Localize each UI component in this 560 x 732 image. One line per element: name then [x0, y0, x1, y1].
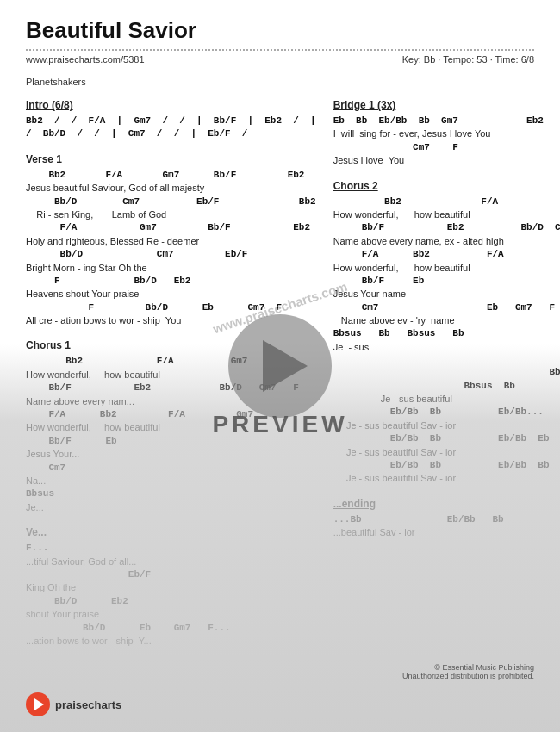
- ch2-c7: Bb: [333, 366, 560, 379]
- ending-section: ...ending ...Bb Eb/Bb Bb ...beautiful Sa…: [333, 498, 560, 540]
- ch1-c4: Bb/F Eb: [26, 435, 316, 448]
- v1-l4: Bright Morn - ing Star Oh the: [26, 262, 316, 275]
- ch2-l3: How wonderful, how beautiful: [333, 262, 560, 275]
- br1-l1: I will sing for - ever, Jesus I love You: [333, 127, 560, 140]
- footer-play-triangle-icon: [34, 698, 44, 710]
- ch2-l10: Je - sus beautiful Sav - ior: [333, 472, 560, 485]
- ch2-l5: Name above ev - 'ry name: [333, 314, 560, 327]
- footer-play-icon[interactable]: [26, 692, 50, 716]
- ch1-c3: F/A Bb2 F/A Gm7: [26, 408, 316, 421]
- chorus1-section: Chorus 1 Bb2 F/A Gm7 How wonderful, how …: [26, 339, 316, 514]
- v2-c4: Bb/D Eb Gm7 F...: [26, 622, 316, 635]
- chorus2-title: Chorus 2: [333, 180, 560, 192]
- bridge1-title: Bridge 1 (3x): [333, 99, 560, 111]
- v1-c4: Bb/D Cm7 Eb/F: [26, 248, 316, 261]
- song-url: www.praisecharts.com/5381: [26, 54, 145, 65]
- v1-c6: F Bb/D Eb Gm7 F: [26, 301, 316, 314]
- copyright-text: © Essential Music PublishingUnauthorized…: [402, 663, 534, 680]
- ch2-l1: How wonderful, how beautiful: [333, 208, 560, 221]
- ch1-l4: Jesus Your...: [26, 448, 316, 461]
- ending-title: ...ending: [333, 498, 560, 510]
- ch2-l4: Jesus Your name: [333, 288, 560, 301]
- right-column: Bridge 1 (3x) Eb Bb Eb/Bb Bb Gm7 Eb2 I w…: [333, 99, 560, 660]
- v2-c2: Eb/F: [26, 568, 316, 581]
- divider: [26, 49, 534, 51]
- intro-section: Intro (6/8) Bb2 / / F/A | Gm7 / / | Bb/F…: [26, 99, 316, 141]
- end-c1: ...Bb Eb/Bb Bb: [333, 513, 560, 526]
- br1-l2: Jesus I love You: [333, 154, 560, 167]
- intro-title: Intro (6/8): [26, 99, 316, 111]
- verse1-title: Verse 1: [26, 153, 316, 165]
- br1-c2: Cm7 F: [333, 141, 560, 154]
- intro-line-2: / Bb/D / / | Cm7 / / | Eb/F /: [26, 127, 316, 140]
- chorus2-section: Chorus 2 Bb2 F/A Gm7 How wonderful, how …: [333, 180, 560, 486]
- v1-l2: Ri - sen King, Lamb of God: [26, 208, 316, 221]
- v1-c3: F/A Gm7 Bb/F Eb2: [26, 221, 316, 234]
- v2-c1: F...: [26, 542, 316, 555]
- verse1-section: Verse 1 Bb2 F/A Gm7 Bb/F Eb2 Jesus beaut…: [26, 153, 316, 328]
- br1-c1: Eb Bb Eb/Bb Bb Gm7 Eb2: [333, 115, 560, 127]
- v1-l6: All cre - ation bows to wor - ship You: [26, 314, 316, 327]
- song-title: Beautiful Savior: [26, 17, 534, 44]
- v1-l1: Jesus beautiful Saviour, God of all maje…: [26, 182, 316, 195]
- ch2-c2: Bb/F Eb2 Bb/D Cm7 F Eb/G: [333, 221, 560, 234]
- ch2-c11: Eb/Bb Bb Eb/Bb Bb: [333, 459, 560, 472]
- intro-line-1: Bb2 / / F/A | Gm7 / / | Bb/F | Eb2 / |: [26, 115, 316, 127]
- ch1-c1: Bb2 F/A Gm7: [26, 355, 316, 368]
- song-key-tempo: Key: Bb · Tempo: 53 · Time: 6/8: [402, 54, 534, 65]
- ch1-l3: How wonderful, how beautiful: [26, 421, 316, 434]
- verse2-section: Ve... F... ...tiful Saviour, God of all.…: [26, 526, 316, 648]
- bridge1-section: Bridge 1 (3x) Eb Bb Eb/Bb Bb Gm7 Eb2 I w…: [333, 99, 560, 168]
- ch2-c10: Eb/Bb Bb Eb/Bb Eb F: [333, 432, 560, 445]
- footer: praisecharts: [26, 692, 534, 716]
- ch1-l6: Je...: [26, 501, 316, 514]
- song-author: Planetshakers: [26, 77, 534, 87]
- footer-logo: praisecharts: [26, 692, 121, 716]
- v1-c1: Bb2 F/A Gm7 Bb/F Eb2: [26, 169, 316, 182]
- ch2-l9: Je - sus beautiful Sav - ior: [333, 446, 560, 459]
- v2-c3: Bb/D Eb2: [26, 595, 316, 608]
- ch2-c1: Bb2 F/A Gm7: [333, 195, 560, 208]
- content-columns: Intro (6/8) Bb2 / / F/A | Gm7 / / | Bb/F…: [26, 99, 534, 660]
- ch1-l5: Na...: [26, 475, 316, 487]
- ch2-c8: Bbsus Bb Cm7 F/A: [333, 380, 560, 393]
- v2-l1: ...tiful Saviour, God of all...: [26, 555, 316, 568]
- v2-l2: King Oh the: [26, 581, 316, 594]
- ch1-l1: How wonderful, how beautiful: [26, 369, 316, 382]
- ch1-l2: Name above every nam...: [26, 395, 316, 408]
- ch2-l7: Je - sus beautiful: [333, 393, 560, 406]
- ch2-c4: Bb/F Eb: [333, 275, 560, 288]
- ch2-l2: Name above every name, ex - alted high: [333, 235, 560, 248]
- ch2-c5: Cm7 Eb Gm7 F: [333, 301, 560, 314]
- ch2-c6: Bbsus Bb Bbsus Bb: [333, 327, 560, 340]
- ch2-c9: Eb/Bb Bb Eb/Bb...: [333, 406, 560, 419]
- v1-l5: Heavens shout Your praise: [26, 288, 316, 301]
- meta-row: www.praisecharts.com/5381 Key: Bb · Temp…: [26, 54, 534, 65]
- v1-c5: F Bb/D Eb2: [26, 275, 316, 288]
- ch1-c6: Bbsus: [26, 487, 316, 500]
- ch1-c2: Bb/F Eb2 Bb/D Cm7 F: [26, 382, 316, 394]
- verse2-title: Ve...: [26, 526, 316, 538]
- ch2-l8: Je - sus beautiful Sav - ior: [333, 419, 560, 432]
- ch2-c3: F/A Bb2 F/A Gm7: [333, 248, 560, 261]
- v2-l4: ...ation bows to wor - ship Y...: [26, 635, 316, 648]
- end-l1: ...beautiful Sav - ior: [333, 526, 560, 539]
- v2-l3: shout Your praise: [26, 608, 316, 621]
- v1-l3: Holy and righteous, Blessed Re - deemer: [26, 235, 316, 248]
- v1-c2: Bb/D Cm7 Eb/F Bb2: [26, 195, 316, 208]
- chorus1-title: Chorus 1: [26, 339, 316, 351]
- footer-brand-text: praisecharts: [55, 698, 121, 711]
- ch2-l6: Je - sus: [333, 341, 560, 354]
- left-column: Intro (6/8) Bb2 / / F/A | Gm7 / / | Bb/F…: [26, 99, 316, 660]
- ch1-c5: Cm7: [26, 462, 316, 475]
